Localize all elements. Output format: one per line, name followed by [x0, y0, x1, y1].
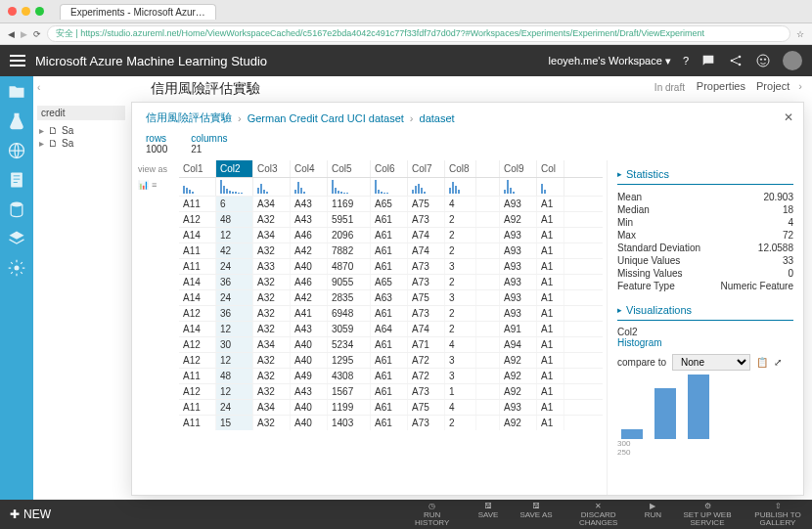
- column-header[interactable]: Col3: [253, 160, 291, 177]
- star-icon[interactable]: ☆: [796, 29, 804, 39]
- table-cell: A34: [253, 400, 291, 415]
- column-header[interactable]: Col2: [216, 160, 253, 177]
- table-cell: 42: [216, 243, 253, 258]
- column-header[interactable]: Col6: [371, 160, 408, 177]
- close-window-icon[interactable]: [8, 7, 17, 16]
- maximize-window-icon[interactable]: [35, 7, 44, 16]
- tab-properties[interactable]: Properties: [697, 80, 745, 92]
- table-cell: [476, 275, 500, 289]
- stat-row: Standard Deviation12.0588: [617, 242, 793, 254]
- table-row[interactable]: A1124A33A404870A61A733A93A1: [179, 258, 603, 274]
- address-bar[interactable]: 安全 | https://studio.azureml.net/Home/Vie…: [47, 25, 790, 42]
- table-cell: 15: [216, 416, 253, 430]
- viz-type[interactable]: Histogram: [617, 337, 793, 348]
- table-row[interactable]: A1230A34A405234A61A714A94A1: [179, 336, 603, 352]
- table-row[interactable]: A1212A32A431567A61A731A92A1: [179, 383, 603, 399]
- smile-icon[interactable]: [755, 53, 771, 68]
- table-row[interactable]: A1142A32A427882A61A742A93A1: [179, 242, 603, 258]
- tree-item[interactable]: ▸🗋 Sa: [37, 124, 125, 137]
- table-row[interactable]: A1236A32A416948A61A732A93A1: [179, 305, 603, 321]
- chat-icon[interactable]: [700, 53, 716, 68]
- footer-button[interactable]: ◷RUN HISTORY: [408, 502, 457, 527]
- table-cell: 1295: [328, 353, 371, 368]
- table-row[interactable]: A1124A34A401199A61A754A93A1: [179, 399, 603, 415]
- table-row[interactable]: A1115A32A401403A61A732A92A1: [179, 415, 603, 430]
- table-cell: A73: [408, 212, 445, 227]
- svg-point-1: [739, 56, 742, 59]
- avatar[interactable]: [783, 51, 802, 70]
- footer-button[interactable]: ▶RUN: [645, 502, 661, 527]
- column-sparkline-icon: [216, 178, 253, 196]
- table-cell: 4: [445, 197, 476, 211]
- back-icon[interactable]: ◀: [8, 29, 15, 39]
- column-header[interactable]: Col5: [328, 160, 371, 177]
- table-row[interactable]: A1148A32A494308A61A723A92A1: [179, 368, 603, 383]
- table-cell: A61: [371, 306, 408, 321]
- crumb[interactable]: German Credit Card UCI dataset: [248, 112, 404, 124]
- table-cell: 24: [216, 290, 253, 305]
- tree-search[interactable]: credit: [37, 106, 125, 120]
- copy-icon[interactable]: 📋: [756, 357, 768, 368]
- tree-item[interactable]: ▸🗋 Sa: [37, 137, 125, 150]
- view-histogram-icon[interactable]: 📊: [138, 180, 149, 190]
- projects-icon[interactable]: [7, 82, 26, 102]
- table-cell: A92: [500, 212, 537, 227]
- column-header[interactable]: Col8: [445, 160, 476, 177]
- table-cell: A14: [179, 322, 216, 336]
- table-cell: A14: [179, 275, 216, 289]
- stats-title: Statistics: [617, 166, 793, 185]
- collapse-right-icon[interactable]: ›: [798, 80, 802, 92]
- column-header[interactable]: Col7: [408, 160, 445, 177]
- footer-button[interactable]: ⚙SET UP WEB SERVICE: [683, 502, 732, 527]
- browser-tab[interactable]: Experiments - Microsoft Azur…: [60, 4, 216, 20]
- web-services-icon[interactable]: [7, 141, 26, 160]
- expand-icon[interactable]: ⤢: [774, 357, 782, 368]
- column-header[interactable]: [476, 160, 500, 177]
- table-row[interactable]: A1436A32A469055A65A732A93A1: [179, 274, 603, 289]
- dataset-meta: rows1000 columns21: [132, 129, 803, 160]
- reload-icon[interactable]: ⟳: [33, 29, 41, 39]
- table-cell: A92: [500, 384, 537, 399]
- tab-project[interactable]: Project: [756, 80, 789, 92]
- table-row[interactable]: A1248A32A435951A61A732A92A1: [179, 211, 603, 227]
- table-row[interactable]: A1412A34A462096A61A742A93A1: [179, 227, 603, 242]
- table-row[interactable]: A1412A32A433059A64A742A91A1: [179, 321, 603, 336]
- column-sparkline-icon: [179, 178, 216, 196]
- minimize-window-icon[interactable]: [22, 7, 30, 16]
- table-cell: A61: [371, 416, 408, 430]
- footer-button[interactable]: ✕DISCARD CHANGES: [574, 502, 623, 527]
- compare-select[interactable]: None: [672, 354, 750, 371]
- column-header[interactable]: Col4: [291, 160, 328, 177]
- table-row[interactable]: A1212A32A401295A61A723A92A1: [179, 352, 603, 368]
- help-icon[interactable]: ?: [683, 55, 689, 66]
- notebooks-icon[interactable]: [7, 170, 26, 190]
- hamburger-icon[interactable]: [10, 55, 25, 66]
- workspace-picker[interactable]: leoyeh.me's Workspace ▾: [549, 55, 671, 67]
- footer-button[interactable]: ⇧PUBLISH TO GALLERY: [753, 502, 802, 527]
- viz-column: Col2: [617, 327, 793, 337]
- view-raw-icon[interactable]: ≡: [152, 180, 157, 190]
- share-icon[interactable]: [728, 53, 744, 68]
- column-header[interactable]: Col: [537, 160, 564, 177]
- footer-button[interactable]: 🖫SAVE: [478, 502, 499, 527]
- table-cell: 36: [216, 306, 253, 321]
- close-icon[interactable]: ✕: [784, 110, 793, 124]
- table-cell: A1: [537, 243, 564, 258]
- experiments-icon[interactable]: [7, 111, 26, 131]
- crumb[interactable]: 信用風險評估實驗: [146, 110, 232, 125]
- trained-models-icon[interactable]: [7, 229, 26, 248]
- footer-button[interactable]: 🖫SAVE AS: [519, 502, 552, 527]
- collapse-left-icon[interactable]: ‹: [37, 82, 40, 93]
- table-row[interactable]: A1424A32A422835A63A753A93A1: [179, 289, 603, 305]
- datasets-icon[interactable]: [7, 199, 26, 219]
- column-header[interactable]: Col9: [500, 160, 537, 177]
- table-cell: A72: [408, 369, 445, 383]
- table-cell: A12: [179, 212, 216, 227]
- table-cell: 30: [216, 337, 253, 352]
- new-button[interactable]: ✚ NEW: [10, 507, 51, 521]
- column-header[interactable]: Col1: [179, 160, 216, 177]
- settings-icon[interactable]: [7, 258, 26, 278]
- table-row[interactable]: A116A34A431169A65A754A93A1: [179, 196, 603, 211]
- forward-icon[interactable]: ▶: [21, 29, 27, 39]
- table-cell: 1199: [328, 400, 371, 415]
